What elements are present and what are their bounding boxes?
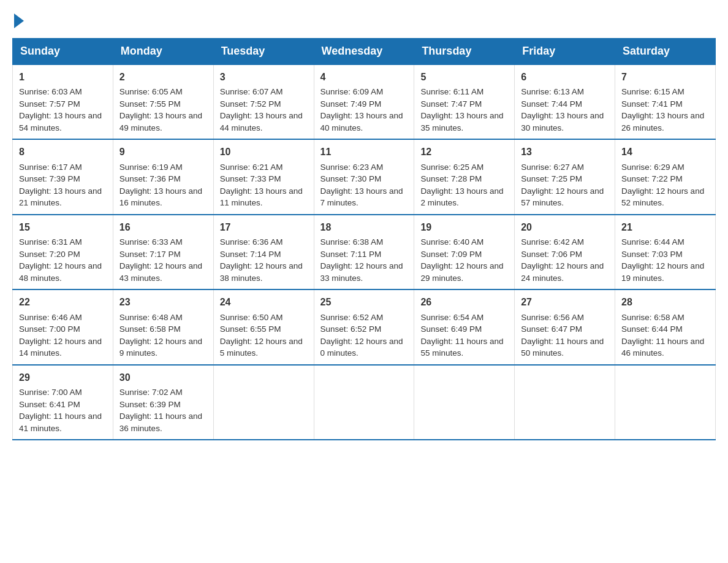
day-number: 5 [420,70,508,84]
daylight-info: Daylight: 12 hours and 29 minutes. [420,260,508,284]
calendar-cell: 15Sunrise: 6:31 AMSunset: 7:20 PMDayligh… [13,215,113,289]
calendar-cell: 9Sunrise: 6:19 AMSunset: 7:36 PMDaylight… [113,139,213,214]
calendar-week-row: 29Sunrise: 7:00 AMSunset: 6:41 PMDayligh… [13,365,716,440]
sunset-info: Sunset: 7:25 PM [521,173,609,185]
sunrise-info: Sunrise: 6:46 AM [19,312,107,324]
logo-arrow-icon [14,13,24,28]
sunrise-info: Sunrise: 6:25 AM [420,161,508,174]
day-number: 21 [621,220,709,234]
calendar-cell: 19Sunrise: 6:40 AMSunset: 7:09 PMDayligh… [414,215,515,289]
calendar-cell: 11Sunrise: 6:23 AMSunset: 7:30 PMDayligh… [314,139,414,214]
sunset-info: Sunset: 7:14 PM [220,248,308,261]
day-number: 26 [420,295,508,309]
sunset-info: Sunset: 7:47 PM [420,98,508,110]
calendar-cell: 6Sunrise: 6:13 AMSunset: 7:44 PMDaylight… [515,64,615,139]
sunset-info: Sunset: 7:39 PM [19,173,107,185]
day-number: 9 [119,145,207,159]
calendar-cell: 17Sunrise: 6:36 AMSunset: 7:14 PMDayligh… [213,215,314,289]
day-number: 6 [521,70,609,84]
daylight-info: Daylight: 12 hours and 5 minutes. [220,335,308,359]
daylight-info: Daylight: 12 hours and 9 minutes. [119,335,207,359]
sunrise-info: Sunrise: 6:29 AM [621,161,709,174]
column-header-friday: Friday [515,39,615,65]
sunset-info: Sunset: 6:41 PM [19,399,107,411]
daylight-info: Daylight: 13 hours and 54 minutes. [19,110,107,134]
sunrise-info: Sunrise: 6:31 AM [19,236,107,248]
daylight-info: Daylight: 13 hours and 49 minutes. [119,110,207,134]
sunset-info: Sunset: 7:57 PM [19,98,107,110]
day-number: 30 [119,370,207,385]
calendar-cell: 24Sunrise: 6:50 AMSunset: 6:55 PMDayligh… [213,289,314,364]
logo [12,12,24,26]
sunset-info: Sunset: 6:44 PM [621,323,709,335]
day-number: 15 [19,220,107,234]
sunrise-info: Sunrise: 6:58 AM [621,312,709,324]
calendar-cell: 1Sunrise: 6:03 AMSunset: 7:57 PMDaylight… [13,64,113,139]
calendar-cell: 14Sunrise: 6:29 AMSunset: 7:22 PMDayligh… [615,139,716,214]
sunrise-info: Sunrise: 6:19 AM [119,161,207,174]
daylight-info: Daylight: 13 hours and 35 minutes. [420,110,508,134]
daylight-info: Daylight: 11 hours and 46 minutes. [621,335,709,359]
sunset-info: Sunset: 7:44 PM [521,98,609,110]
column-header-wednesday: Wednesday [314,39,414,65]
sunset-info: Sunset: 7:03 PM [621,248,709,261]
daylight-info: Daylight: 12 hours and 14 minutes. [19,335,107,359]
day-number: 3 [220,70,308,84]
calendar-cell: 3Sunrise: 6:07 AMSunset: 7:52 PMDaylight… [213,64,314,139]
day-number: 2 [119,70,207,84]
page-header [12,12,716,26]
sunrise-info: Sunrise: 7:00 AM [19,386,107,399]
calendar-week-row: 1Sunrise: 6:03 AMSunset: 7:57 PMDaylight… [13,64,716,139]
calendar-cell: 27Sunrise: 6:56 AMSunset: 6:47 PMDayligh… [515,289,615,364]
calendar-cell [414,365,515,440]
sunset-info: Sunset: 7:00 PM [19,323,107,335]
sunset-info: Sunset: 7:49 PM [320,98,408,110]
sunset-info: Sunset: 7:33 PM [220,173,308,185]
day-number: 13 [521,145,609,159]
daylight-info: Daylight: 12 hours and 52 minutes. [621,185,709,209]
daylight-info: Daylight: 12 hours and 19 minutes. [621,260,709,284]
daylight-info: Daylight: 11 hours and 50 minutes. [521,335,609,359]
daylight-info: Daylight: 13 hours and 2 minutes. [420,185,508,209]
sunset-info: Sunset: 6:58 PM [119,323,207,335]
daylight-info: Daylight: 13 hours and 40 minutes. [320,110,408,134]
calendar-cell: 23Sunrise: 6:48 AMSunset: 6:58 PMDayligh… [113,289,213,364]
day-number: 11 [320,145,408,159]
sunrise-info: Sunrise: 6:40 AM [420,236,508,248]
sunset-info: Sunset: 6:55 PM [220,323,308,335]
calendar-cell: 20Sunrise: 6:42 AMSunset: 7:06 PMDayligh… [515,215,615,289]
calendar-cell: 12Sunrise: 6:25 AMSunset: 7:28 PMDayligh… [414,139,515,214]
sunrise-info: Sunrise: 6:50 AM [220,312,308,324]
day-number: 25 [320,295,408,309]
calendar-week-row: 22Sunrise: 6:46 AMSunset: 7:00 PMDayligh… [13,289,716,364]
sunrise-info: Sunrise: 6:54 AM [420,312,508,324]
sunset-info: Sunset: 7:06 PM [521,248,609,261]
sunset-info: Sunset: 7:20 PM [19,248,107,261]
sunset-info: Sunset: 7:11 PM [320,248,408,261]
sunrise-info: Sunrise: 6:11 AM [420,86,508,98]
sunrise-info: Sunrise: 7:02 AM [119,386,207,399]
column-header-saturday: Saturday [615,39,716,65]
daylight-info: Daylight: 13 hours and 26 minutes. [621,110,709,134]
calendar-cell [213,365,314,440]
daylight-info: Daylight: 11 hours and 41 minutes. [19,410,107,434]
column-header-tuesday: Tuesday [213,39,314,65]
day-number: 1 [19,70,107,84]
sunrise-info: Sunrise: 6:44 AM [621,236,709,248]
day-number: 19 [420,220,508,234]
calendar-cell: 28Sunrise: 6:58 AMSunset: 6:44 PMDayligh… [615,289,716,364]
sunset-info: Sunset: 7:52 PM [220,98,308,110]
daylight-info: Daylight: 12 hours and 0 minutes. [320,335,408,359]
sunrise-info: Sunrise: 6:15 AM [621,86,709,98]
sunset-info: Sunset: 7:22 PM [621,173,709,185]
day-number: 20 [521,220,609,234]
sunrise-info: Sunrise: 6:13 AM [521,86,609,98]
calendar-cell [314,365,414,440]
column-header-thursday: Thursday [414,39,515,65]
calendar-cell: 18Sunrise: 6:38 AMSunset: 7:11 PMDayligh… [314,215,414,289]
sunset-info: Sunset: 7:55 PM [119,98,207,110]
sunrise-info: Sunrise: 6:23 AM [320,161,408,174]
daylight-info: Daylight: 13 hours and 11 minutes. [220,185,308,209]
daylight-info: Daylight: 13 hours and 44 minutes. [220,110,308,134]
daylight-info: Daylight: 12 hours and 38 minutes. [220,260,308,284]
